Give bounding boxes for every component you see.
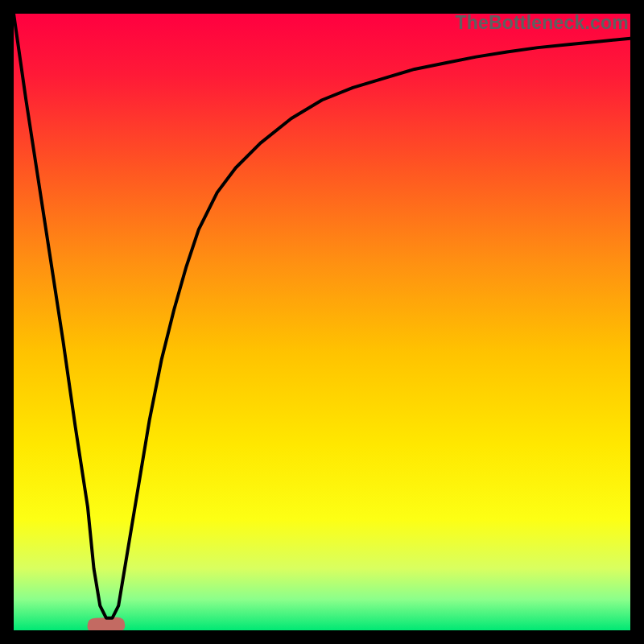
bottleneck-chart	[14, 14, 630, 630]
chart-frame: TheBottleneck.com	[14, 14, 630, 630]
gradient-background	[14, 14, 630, 630]
watermark-text: TheBottleneck.com	[455, 12, 629, 34]
